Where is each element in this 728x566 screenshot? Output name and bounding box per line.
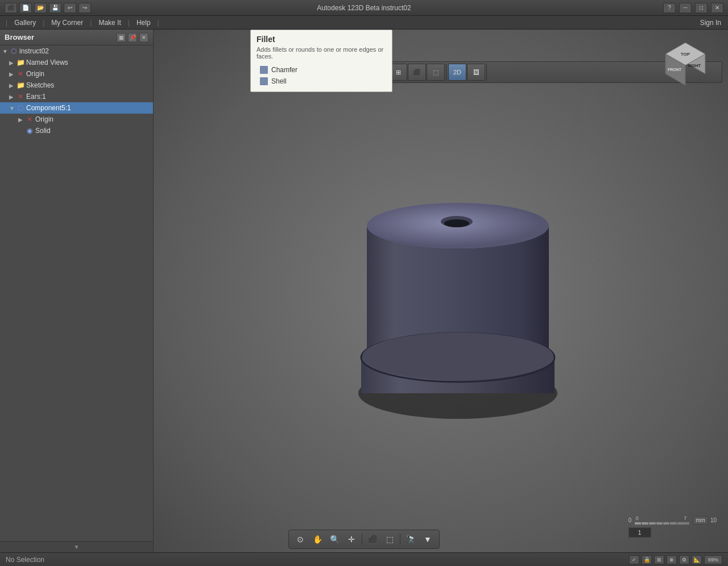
- ruler-num-0: 0: [634, 515, 640, 521]
- browser-grid-icon[interactable]: ▦: [117, 33, 126, 42]
- chamfer-label: Chamfer: [271, 66, 297, 74]
- named-views-icon: 📁: [16, 59, 24, 66]
- browser-pin-icon[interactable]: 📌: [128, 33, 137, 42]
- ears-label: Ears:1: [26, 93, 46, 101]
- view-modes-group: ⊞ ⬛ ⬚: [388, 64, 446, 81]
- save-btn[interactable]: 💾: [49, 3, 61, 13]
- ruler-bar-container: 0 7: [634, 515, 690, 525]
- title-bar-right: ? ─ □ ✕: [659, 3, 728, 13]
- sketches-arrow: ▶: [9, 82, 15, 89]
- shell-menu-item[interactable]: Shell: [257, 76, 386, 87]
- tree-solid[interactable]: ◉ Solid: [0, 125, 153, 136]
- tree-component5-origin[interactable]: ▶ ✕ Origin: [0, 114, 153, 125]
- c5-origin-label: Origin: [35, 115, 53, 123]
- menu-help[interactable]: Help: [131, 18, 156, 28]
- root-arrow: ▼: [2, 48, 8, 55]
- render2-btn[interactable]: 🖼: [467, 64, 485, 81]
- sketches-label: Sketches: [26, 81, 54, 89]
- menu-sep4: |: [127, 19, 131, 27]
- app-icon[interactable]: ⬛: [5, 3, 17, 13]
- orbit-btn[interactable]: ⊙: [292, 532, 308, 547]
- lock-icon[interactable]: 🔒: [642, 555, 652, 564]
- component5-arrow: ▼: [9, 105, 15, 111]
- zoom-status[interactable]: 69%: [704, 555, 722, 564]
- named-views-label: Named Views: [26, 59, 68, 66]
- status-bar: No Selection ✓ 🔒 ⊞ ⊕ ⚙ 📐 69%: [0, 552, 728, 566]
- status-text: No Selection: [6, 556, 44, 564]
- c5-origin-arrow: ▶: [18, 116, 24, 123]
- new-btn[interactable]: 📄: [19, 3, 32, 13]
- tree-named-views[interactable]: ▶ 📁 Named Views: [0, 57, 153, 68]
- nav-cube[interactable]: TOP FRONT RIGHT: [654, 34, 711, 91]
- browser-header: Browser ▦ 📌 ✕: [0, 30, 153, 45]
- tree-sketches[interactable]: ▶ 📁 Sketches: [0, 80, 153, 91]
- more-btn[interactable]: ▼: [420, 532, 436, 547]
- svg-text:RIGHT: RIGHT: [688, 64, 701, 68]
- origin-arrow: ▶: [9, 71, 15, 77]
- tree-ears[interactable]: ▶ ✕ Ears:1: [0, 91, 153, 102]
- svg-text:TOP: TOP: [681, 52, 690, 57]
- move-btn[interactable]: ✛: [344, 532, 359, 547]
- scroll-arrow-icon: ▼: [74, 544, 80, 550]
- menu-mycorner[interactable]: My Corner: [46, 18, 89, 28]
- help-btn[interactable]: ?: [663, 3, 676, 13]
- pan-btn[interactable]: ✋: [309, 532, 325, 547]
- redo-btn[interactable]: ↪: [78, 3, 91, 13]
- solid-icon: ◉: [26, 127, 34, 135]
- grid-icon[interactable]: ⊞: [654, 555, 664, 564]
- viewport[interactable]: [154, 30, 728, 552]
- ears-arrow: ▶: [9, 94, 15, 100]
- measure-btn[interactable]: 🔭: [403, 532, 419, 547]
- fillet-tooltip: Fillet Adds fillets or rounds to one or …: [250, 30, 392, 92]
- zoom-btn[interactable]: 🔍: [326, 532, 342, 547]
- svg-point-9: [444, 219, 469, 227]
- minimize-btn[interactable]: ─: [679, 3, 692, 13]
- sketches-icon: 📁: [16, 81, 24, 89]
- render-btn[interactable]: 2D: [448, 64, 466, 81]
- units-icon[interactable]: 📐: [692, 555, 702, 564]
- settings-icon[interactable]: ⚙: [679, 555, 689, 564]
- chamfer-menu-item[interactable]: Chamfer: [257, 64, 386, 76]
- section-btn[interactable]: ⬚: [382, 532, 398, 547]
- browser-close-icon[interactable]: ✕: [139, 33, 148, 42]
- bt-sep1: [362, 534, 362, 545]
- nav-cube-svg: TOP FRONT RIGHT: [654, 34, 711, 91]
- snap-icon[interactable]: ⊕: [667, 555, 677, 564]
- wireframe-btn[interactable]: ⬚: [427, 64, 445, 81]
- browser-scroll-bottom[interactable]: ▼: [0, 541, 153, 552]
- tree-component5[interactable]: ▼ ⬡ Component5:1: [0, 102, 153, 114]
- ruler-unit: mm: [693, 516, 708, 525]
- ruler-num-7: 7: [641, 515, 686, 521]
- title-bar: ⬛ 📄 📂 💾 ↩ ↪ Autodesk 123D Beta instruct0…: [0, 0, 728, 16]
- undo-btn[interactable]: ↩: [64, 3, 76, 13]
- component5-label: Component5:1: [26, 104, 71, 112]
- shell-label: Shell: [271, 77, 287, 85]
- ruler-container: 0 0 7 mm 10: [628, 515, 717, 525]
- tree-origin[interactable]: ▶ ✕ Origin: [0, 68, 153, 80]
- menu-makeit[interactable]: Make It: [93, 18, 126, 28]
- close-btn[interactable]: ✕: [711, 3, 723, 13]
- maximize-btn[interactable]: □: [695, 3, 708, 13]
- open-btn[interactable]: 📂: [34, 3, 47, 13]
- svg-text:FRONT: FRONT: [668, 68, 682, 72]
- 3d-model: [350, 157, 566, 424]
- menu-gallery[interactable]: Gallery: [9, 18, 42, 28]
- solid-view-btn[interactable]: ⬛: [408, 64, 426, 81]
- browser-panel: Browser ▦ 📌 ✕ ▼ ⬡ instruct02 ▶ 📁 Named V…: [0, 30, 154, 552]
- ears-icon: ✕: [16, 93, 24, 101]
- root-label: instruct02: [19, 47, 49, 55]
- named-views-arrow: ▶: [9, 60, 15, 66]
- sign-in-btn[interactable]: Sign In: [693, 18, 728, 28]
- ruler-numbers: 0 7: [634, 515, 686, 521]
- right-status: ✓ 🔒 ⊞ ⊕ ⚙ 📐 69%: [629, 555, 722, 564]
- svg-point-11: [362, 332, 553, 380]
- chamfer-icon: [260, 66, 268, 74]
- fillet-tooltip-desc: Adds fillets or rounds to one or more ed…: [257, 46, 386, 60]
- checkmark-icon[interactable]: ✓: [629, 555, 639, 564]
- tree-root[interactable]: ▼ ⬡ instruct02: [0, 45, 153, 57]
- menu-sep1: |: [5, 19, 9, 27]
- fillet-tooltip-title: Fillet: [257, 35, 386, 44]
- menu-sep3: |: [89, 19, 93, 27]
- box-select-btn[interactable]: ⬛: [365, 532, 380, 547]
- scale-ruler: 0 0 7 mm 10 1: [628, 515, 717, 538]
